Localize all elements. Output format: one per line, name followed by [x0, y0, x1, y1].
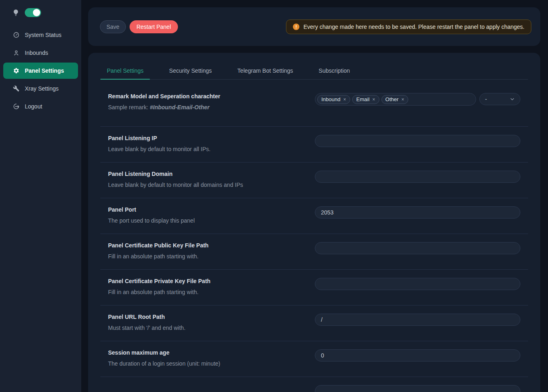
panel-cert-private-key-input[interactable]: [315, 278, 520, 290]
sidebar-item-label: Panel Settings: [25, 67, 64, 74]
field-description: Fill in an absolute path starting with.: [108, 253, 299, 260]
remark-tags-input[interactable]: Inbound×Email×Other×: [315, 93, 476, 106]
sidebar-item-inbounds[interactable]: Inbounds: [3, 45, 78, 61]
form-row-panel-cert-public-key: Panel Certificate Public Key File PathFi…: [100, 234, 528, 270]
form-row-panel-cert-private-key: Panel Certificate Private Key File PathF…: [100, 270, 528, 305]
form-row-next-field-partial: [100, 377, 528, 392]
remove-tag-icon[interactable]: ×: [373, 97, 375, 102]
tab-panel-settings[interactable]: Panel Settings: [100, 62, 150, 79]
field-label: Panel Certificate Public Key File Path: [108, 242, 299, 249]
toggle-knob: [33, 9, 40, 16]
field-description: Sample remark: #Inbound-Email-Other: [108, 104, 299, 111]
field-control-col: [315, 349, 520, 377]
field-control-col: [315, 171, 520, 198]
sidebar-item-panel-settings[interactable]: Panel Settings: [3, 63, 78, 79]
field-label-col: Panel Certificate Public Key File PathFi…: [108, 242, 315, 269]
field-description: Leave blank by default to monitor all IP…: [108, 145, 299, 153]
panel-cert-public-key-input[interactable]: [315, 242, 520, 254]
toolbar-card: Save Restart Panel ! Every change made h…: [88, 7, 540, 46]
sidebar-item-logout[interactable]: Logout: [3, 98, 78, 115]
remove-tag-icon[interactable]: ×: [343, 97, 346, 102]
field-description: Fill in an absolute path starting with.: [108, 288, 299, 296]
restart-warning-alert: ! Every change made here needs to be sav…: [286, 19, 531, 34]
tag-label: Inbound: [321, 96, 340, 102]
tab-subscription[interactable]: Subscription: [312, 62, 356, 79]
form-row-session-maximum-age: Session maximum ageThe duration of a log…: [100, 341, 528, 377]
separator-select-value: -: [485, 96, 487, 102]
field-label-col: Panel Listening IPLeave blank by default…: [108, 135, 315, 162]
theme-toggle[interactable]: [25, 8, 41, 17]
alert-text: Every change made here needs to be saved…: [303, 24, 524, 30]
remove-tag-icon[interactable]: ×: [401, 97, 404, 102]
wrench-icon: [13, 85, 19, 92]
field-label: Panel Certificate Private Key File Path: [108, 278, 299, 285]
sidebar-header: [0, 0, 81, 21]
next-field-partial-input[interactable]: [315, 385, 520, 392]
field-control-col: [315, 314, 520, 341]
field-control-col: [315, 135, 520, 162]
field-label: Remark Model and Seperation charachter: [108, 93, 299, 100]
logout-icon: [13, 103, 19, 110]
sidebar-item-label: Logout: [25, 103, 42, 110]
panel-listening-ip-input[interactable]: [315, 135, 520, 147]
chevron-down-icon: [510, 97, 515, 102]
field-control-col: [315, 206, 520, 234]
settings-tabbar: Panel SettingsSecurity SettingsTelegram …: [100, 53, 528, 80]
form-row-panel-url-root-path: Panel URL Root PathMust start with '/' a…: [100, 305, 528, 341]
field-control-col: [315, 385, 520, 392]
tag-email: Email×: [352, 95, 379, 104]
tab-telegram-bot-settings[interactable]: Telegram Bot Settings: [231, 62, 299, 79]
field-description: The duration of a login session (unit: m…: [108, 360, 299, 367]
panel-port-input[interactable]: [315, 206, 520, 219]
field-label: Panel Port: [108, 206, 299, 213]
sidebar-item-label: Xray Settings: [25, 85, 58, 92]
field-label: Session maximum age: [108, 349, 299, 356]
sidebar-item-xray-settings[interactable]: Xray Settings: [3, 80, 78, 97]
separator-select[interactable]: -: [479, 93, 520, 105]
sidebar: System StatusInboundsPanel SettingsXray …: [0, 0, 81, 392]
sidebar-item-label: System Status: [25, 32, 61, 38]
field-label-col: Panel PortThe port used to display this …: [108, 206, 315, 234]
sidebar-item-system-status[interactable]: System Status: [3, 27, 78, 43]
field-label-col: Session maximum ageThe duration of a log…: [108, 349, 315, 377]
save-button[interactable]: Save: [100, 20, 126, 33]
field-description-emphasis: #Inbound-Email-Other: [150, 104, 210, 110]
form-row-panel-port: Panel PortThe port used to display this …: [100, 198, 528, 234]
field-label-col: Remark Model and Seperation charachterSa…: [108, 93, 315, 126]
field-label-col: [108, 385, 315, 392]
user-icon: [13, 50, 19, 56]
tag-label: Email: [356, 96, 370, 102]
session-maximum-age-input[interactable]: [315, 349, 520, 362]
settings-card: Panel SettingsSecurity SettingsTelegram …: [88, 53, 540, 392]
field-label: Panel URL Root Path: [108, 314, 299, 321]
warning-icon: !: [293, 24, 299, 30]
tag-inbound: Inbound×: [317, 95, 350, 104]
field-label-col: Panel Listening DomainLeave blank by def…: [108, 171, 315, 198]
gear-icon: [13, 67, 19, 74]
sidebar-menu: System StatusInboundsPanel SettingsXray …: [0, 27, 81, 115]
field-description: Must start with '/' and end with.: [108, 324, 299, 331]
form-row-panel-listening-domain: Panel Listening DomainLeave blank by def…: [100, 162, 528, 198]
field-label: Panel Listening IP: [108, 135, 299, 142]
restart-panel-button[interactable]: Restart Panel: [130, 20, 178, 33]
tag-other: Other×: [381, 95, 409, 104]
dashboard-icon: [13, 32, 19, 38]
field-label-col: Panel URL Root PathMust start with '/' a…: [108, 314, 315, 341]
field-label: Panel Listening Domain: [108, 171, 299, 178]
field-control-col: Inbound×Email×Other×-: [315, 93, 520, 126]
tab-security-settings[interactable]: Security Settings: [162, 62, 218, 79]
field-control-col: [315, 278, 520, 305]
form-row-panel-listening-ip: Panel Listening IPLeave blank by default…: [100, 127, 528, 162]
panel-url-root-path-input[interactable]: [315, 314, 520, 326]
field-description: Leave blank by default to monitor all do…: [108, 181, 299, 188]
sidebar-item-label: Inbounds: [25, 50, 48, 56]
field-control-col: [315, 242, 520, 269]
tag-label: Other: [386, 96, 399, 102]
lightbulb-icon: [12, 9, 19, 16]
form-row-remark-model: Remark Model and Seperation charachterSa…: [100, 80, 528, 127]
main-content: Save Restart Panel ! Every change made h…: [81, 0, 548, 392]
field-description: The port used to display this panel: [108, 217, 299, 224]
field-label-col: Panel Certificate Private Key File PathF…: [108, 278, 315, 305]
panel-listening-domain-input[interactable]: [315, 171, 520, 183]
settings-form: Remark Model and Seperation charachterSa…: [100, 80, 528, 392]
